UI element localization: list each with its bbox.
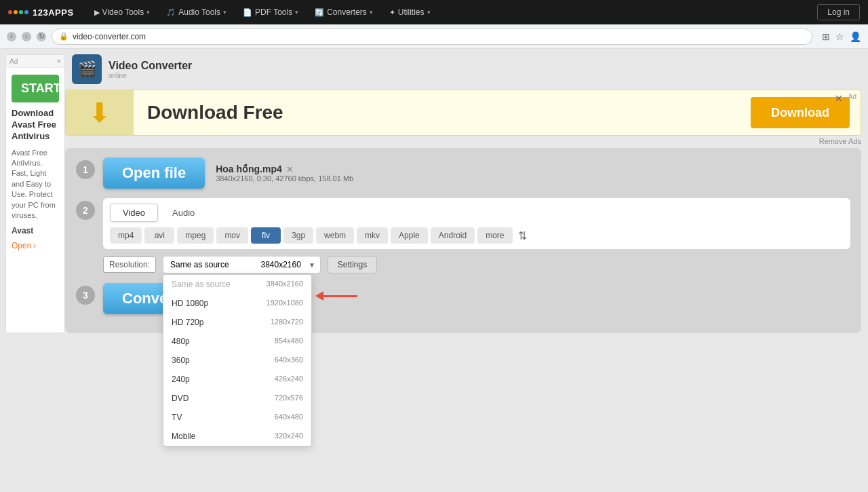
banner-ad-label: Ad (848, 93, 856, 100)
dropdown-tv-label: TV (172, 413, 182, 422)
avast-brand: Avast (12, 226, 59, 235)
nav-video-chevron: ▾ (146, 9, 150, 16)
back-button[interactable]: ‹ (7, 32, 16, 41)
dropdown-item-tv[interactable]: TV 640x480 (163, 408, 311, 427)
dropdown-mobile-label: Mobile (172, 432, 195, 441)
banner-close-button[interactable]: ✕ (835, 93, 843, 104)
forward-button[interactable]: › (22, 32, 31, 41)
navbar: 123APPS ▶ Video Tools ▾ 🎵 Audio Tools ▾ … (0, 0, 868, 24)
nav-pdf-tools[interactable]: 📄 PDF Tools ▾ (236, 5, 305, 20)
ad-label-tag: Ad (9, 58, 18, 65)
open-file-button[interactable]: Open file (103, 157, 205, 189)
step2-content: Video Audio mp4 avi mpeg mov f (103, 198, 850, 273)
file-name: Hoa hồng.mp4 (216, 164, 282, 174)
dropdown-item-480p[interactable]: 480p 854x480 (163, 332, 311, 351)
file-close-button[interactable]: ✕ (286, 164, 294, 174)
bookmark-icon[interactable]: ☆ (835, 31, 844, 42)
address-bar[interactable]: 🔒 video-converter.com (52, 29, 812, 45)
open-link-arrow: › (33, 241, 36, 250)
nav-pdf-tools-label: PDF Tools (255, 7, 292, 17)
format-list: mp4 avi mpeg mov flv 3gp webm mkv Apple … (110, 227, 844, 244)
file-meta: 3840x2160, 0:30, 42760 kbps, 158.01 Mb (216, 174, 353, 183)
resolution-select[interactable]: Same as source 3840x2160 (163, 256, 321, 273)
type-tabs: Video Audio (110, 204, 844, 222)
format-avi[interactable]: avi (144, 227, 174, 244)
step1-row: 1 Open file Hoa hồng.mp4 ✕ 3840x2160, 0:… (76, 157, 850, 189)
format-flv[interactable]: flv (251, 227, 281, 244)
ad-description: Avast Free Antivirus. Fast, Light and Ea… (12, 148, 59, 221)
nav-converters[interactable]: 🔄 Converters ▾ (308, 5, 380, 20)
browser-icons: ⊞ ☆ 👤 (822, 31, 861, 42)
left-sidebar-ad: Ad × START Download Avast Free Antivirus… (5, 54, 65, 333)
nav-video-tools-label: Video Tools (102, 7, 144, 17)
dropdown-240p-label: 240p (172, 375, 190, 384)
profile-icon[interactable]: 👤 (850, 31, 861, 42)
url-text: video-converter.com (73, 32, 146, 41)
dropdown-item-dvd[interactable]: DVD 720x576 (163, 389, 311, 408)
format-mov[interactable]: mov (216, 227, 248, 244)
settings-button[interactable]: Settings (328, 256, 377, 273)
dropdown-hd720-dim: 1280x720 (271, 318, 303, 327)
dropdown-360p-dim: 640x360 (275, 356, 303, 365)
step3-circle: 3 (76, 286, 95, 305)
nav-audio-tools[interactable]: 🎵 Audio Tools ▾ (159, 5, 233, 20)
format-3gp[interactable]: 3gp (283, 227, 313, 244)
ad-title: Download Avast Free Antivirus (12, 108, 59, 143)
ad-header: Ad × (6, 55, 64, 68)
logo-area[interactable]: 123APPS (8, 7, 74, 18)
nav-utilities-chevron: ▾ (427, 9, 431, 16)
dropdown-480p-label: 480p (172, 337, 190, 346)
app-title: Video Converter (108, 60, 192, 72)
dropdown-item-240p[interactable]: 240p 426x240 (163, 370, 311, 389)
file-info: Hoa hồng.mp4 ✕ 3840x2160, 0:30, 42760 kb… (216, 164, 353, 183)
dropdown-item-360p[interactable]: 360p 640x360 (163, 351, 311, 370)
step2-circle: 2 (76, 201, 95, 220)
format-mpeg[interactable]: mpeg (177, 227, 214, 244)
nav-video-tools[interactable]: ▶ Video Tools ▾ (87, 5, 157, 20)
dropdown-dvd-dim: 720x576 (275, 394, 303, 403)
dropdown-dvd-label: DVD (172, 394, 189, 403)
format-more[interactable]: more (477, 227, 512, 244)
logo-dot-blue (24, 10, 28, 14)
tab-video[interactable]: Video (110, 204, 158, 222)
format-scroll-button[interactable]: ⇅ (515, 229, 530, 242)
dropdown-item-same: Same as source 3840x2160 (163, 275, 311, 294)
refresh-button[interactable]: ↻ (37, 32, 46, 41)
arrow-head-icon (315, 291, 323, 301)
dropdown-hd720-label: HD 720p (172, 318, 203, 327)
start-button[interactable]: START (12, 75, 59, 102)
login-button[interactable]: Log in (817, 4, 860, 20)
logo-dot-yellow (14, 10, 18, 14)
dropdown-360p-label: 360p (172, 356, 190, 365)
resolution-dropdown: Same as source 3840x2160 HD 1080p 1920x1… (163, 274, 312, 447)
dropdown-hd1080-dim: 1920x1080 (267, 299, 303, 308)
nav-utilities[interactable]: ✦ Utilities ▾ (382, 5, 437, 20)
resolution-label: Resolution: (103, 257, 156, 273)
format-mp4[interactable]: mp4 (110, 227, 142, 244)
format-webm[interactable]: webm (316, 227, 354, 244)
app-header: 🎬 Video Converter online (65, 54, 861, 84)
extensions-icon[interactable]: ⊞ (822, 31, 830, 42)
dropdown-item-hd720[interactable]: HD 720p 1280x720 (163, 313, 311, 332)
nav-converters-chevron: ▾ (370, 9, 373, 16)
nav-audio-tools-label: Audio Tools (178, 7, 220, 17)
browser-chrome: ‹ › ↻ 🔒 video-converter.com ⊞ ☆ 👤 (0, 24, 868, 49)
dropdown-item-hd1080[interactable]: HD 1080p 1920x1080 (163, 294, 311, 313)
utilities-icon: ✦ (389, 8, 395, 17)
dropdown-item-mobile[interactable]: Mobile 320x240 (163, 427, 311, 446)
open-link[interactable]: Open › (12, 241, 59, 250)
format-mkv[interactable]: mkv (357, 227, 388, 244)
converter-panel: 1 Open file Hoa hồng.mp4 ✕ 3840x2160, 0:… (65, 148, 861, 333)
remove-ads-link[interactable]: Remove Ads (65, 137, 861, 145)
format-android[interactable]: Android (431, 227, 475, 244)
open-link-label: Open (12, 241, 31, 250)
ad-close-button[interactable]: × (57, 57, 61, 65)
arrow-indicator (315, 291, 357, 301)
tab-audio[interactable]: Audio (159, 204, 208, 222)
format-apple[interactable]: Apple (391, 227, 428, 244)
nav-audio-chevron: ▾ (223, 9, 226, 16)
video-tools-icon: ▶ (94, 8, 100, 17)
app-title-area: Video Converter online (108, 60, 192, 79)
resolution-select-wrapper: Same as source 3840x2160 ▼ Same as sourc… (163, 256, 321, 273)
step1-inner: Open file Hoa hồng.mp4 ✕ 3840x2160, 0:30… (103, 157, 850, 189)
